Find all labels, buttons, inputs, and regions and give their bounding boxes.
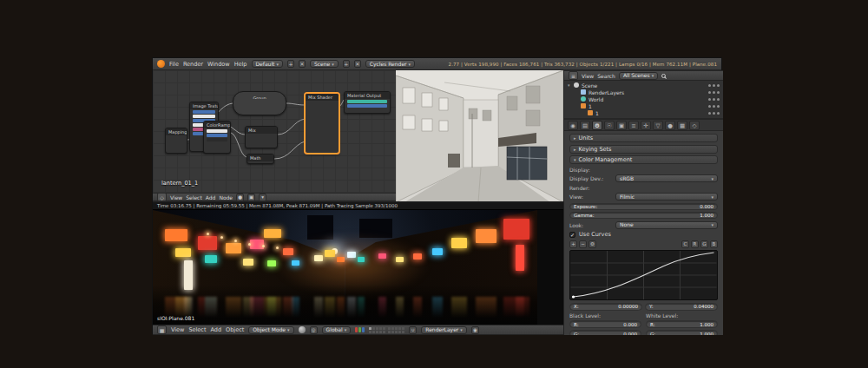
orientation-select[interactable]: Global ▾ [322,326,352,334]
node-menu-add[interactable]: Add [206,194,216,200]
add-menu[interactable]: Add [211,326,222,333]
scene-delete-button[interactable]: ✕ [354,60,361,68]
visibility-toggles[interactable] [708,112,720,115]
layer-cell[interactable] [391,327,394,330]
viewport-3d[interactable] [396,70,563,202]
zoom-out-icon[interactable]: − [579,240,587,248]
properties-tab-modifiers[interactable]: ✛ [641,121,651,130]
layer-cell[interactable] [379,331,382,333]
layers-group-1[interactable] [369,327,385,333]
channel-c-button[interactable]: C [681,240,689,248]
node-canvas[interactable]: MappingImage TextureColorRampGroupMixMat… [153,70,396,194]
curve-x-field[interactable]: X: 0.00000 [569,303,642,311]
layers-group-2[interactable] [388,327,404,333]
expand-icon[interactable]: ▾ [568,82,573,88]
select-menu[interactable]: Select [188,326,206,333]
menu-window[interactable]: Window [207,61,230,68]
layer-cell[interactable] [398,327,401,330]
black-g-field[interactable]: G: 0.000 [569,330,641,335]
layer-cell[interactable] [369,327,372,330]
node-colorramp[interactable]: ColorRamp [203,121,231,154]
outliner-type-icon[interactable]: ≡ [569,71,578,80]
layer-cell[interactable] [398,331,401,333]
menu-help[interactable]: Help [234,61,247,68]
layer-cell[interactable] [402,331,404,333]
render-camera-icon[interactable]: ◉ [471,326,479,334]
layer-cell[interactable] [391,331,394,333]
node-compositing-icon[interactable]: ▣ [247,194,255,201]
node-mix[interactable]: Mix [245,126,278,148]
node-pin-icon[interactable]: ▾ [259,194,266,201]
display-device-select[interactable]: sRGB ▾ [615,174,718,182]
outliner-menu-search[interactable]: Search [597,73,615,79]
curve-editor[interactable] [569,250,718,300]
properties-tab-world[interactable]: ☉ [604,121,615,130]
channel-r-button[interactable]: R [691,240,699,248]
screen-layout-select[interactable]: Default ▾ [252,60,283,68]
node-editor-type-icon[interactable]: ◇ [157,193,167,201]
layer-cell[interactable] [372,331,375,333]
properties-tab-physics[interactable]: ◇ [689,121,700,130]
menu-file[interactable]: File [169,61,179,68]
outliner-display-mode-select[interactable]: All Scenes ▾ [619,72,658,80]
layer-cell[interactable] [379,327,382,330]
outliner-item-1[interactable]: 1 [564,102,723,109]
layer-cell[interactable] [395,327,398,330]
properties-tab-data[interactable]: ▽ [653,121,663,130]
outliner-item-renderlayers[interactable]: RenderLayers [564,89,723,95]
outliner-item-scene[interactable]: ▾Scene [564,82,723,89]
snap-magnet-icon[interactable]: ∪ [409,326,417,334]
look-select[interactable]: None ▾ [615,221,718,229]
node-menu-select[interactable]: Select [186,194,202,200]
curve-y-field[interactable]: Y: 0.04000 [645,303,718,311]
menu-render[interactable]: Render [183,61,203,68]
layout-add-button[interactable]: + [287,60,294,68]
visibility-toggles[interactable] [708,105,720,108]
node-menu-view[interactable]: View [170,194,182,200]
section-keying-sets[interactable]: ▸ Keying Sets [569,145,718,154]
properties-tab-render[interactable]: ◉ [568,121,578,130]
zoom-in-icon[interactable]: + [569,240,577,248]
view-transform-select[interactable]: Filmic ▾ [615,193,718,200]
layers-widget[interactable] [369,327,404,333]
view-menu[interactable]: View [171,326,184,333]
layer-cell[interactable] [372,327,375,330]
black-r-field[interactable]: R: 0.000 [569,320,641,328]
render-result-image[interactable]: sIOI:Plane.081 [153,210,537,325]
visibility-toggles[interactable] [708,91,720,94]
render-layer-select[interactable]: RenderLayer ▾ [421,326,467,334]
pivot-center-icon[interactable]: ◎ [310,326,318,334]
exposure-slider[interactable]: Exposure: 0.000 [569,203,718,210]
render-engine-select[interactable]: Cycles Render ▾ [365,60,415,68]
object-menu[interactable]: Object [226,326,244,333]
scene-add-button[interactable]: + [343,60,350,68]
manipulator-icons[interactable] [355,327,365,332]
node-group[interactable]: Group [233,91,286,115]
properties-tab-scene[interactable]: ⚙ [592,121,602,130]
search-icon[interactable] [661,74,666,78]
layer-cell[interactable] [402,327,404,330]
node-menu-node[interactable]: Node [219,194,233,200]
section-color-management[interactable]: ▾ Color Management [569,155,718,164]
outliner-menu-view[interactable]: View [582,73,594,79]
node-mapping[interactable]: Mapping [165,128,187,154]
curve-tools-icon[interactable]: ⚙ [589,240,596,248]
node-math[interactable]: Math [247,154,274,164]
layer-cell[interactable] [388,331,391,333]
white-g-field[interactable]: G: 1.000 [646,330,718,335]
use-curves-checkbox[interactable]: ✓ Use Curves [569,231,718,238]
white-r-field[interactable]: R: 1.000 [646,320,718,328]
layer-cell[interactable] [383,327,385,330]
channel-g-button[interactable]: G [700,240,708,248]
layer-cell[interactable] [388,327,391,330]
node-material-output[interactable]: Material Output [344,91,391,114]
visibility-toggles[interactable] [708,98,720,101]
scene-select[interactable]: Scene ▾ [310,60,339,68]
layer-cell[interactable] [369,331,372,333]
properties-tab-constraints[interactable]: ≡ [628,121,639,130]
properties-tab-texture[interactable]: ▦ [677,121,687,130]
layer-cell[interactable] [383,331,385,333]
properties-tab-object[interactable]: ▣ [616,121,627,130]
gamma-slider[interactable]: Gamma: 1.000 [569,212,718,219]
section-units[interactable]: ▸ Units [569,134,718,142]
